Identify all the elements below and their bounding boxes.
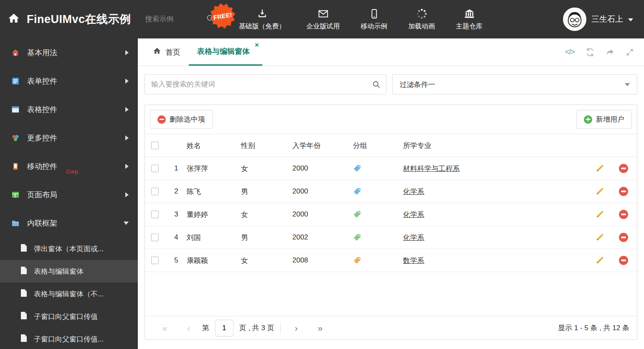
sidebar: 基本用法 表单控件 表格控件 更多控件 移动控件 Corp. 页面布局 <box>0 38 138 349</box>
header-search-input[interactable] <box>145 15 200 23</box>
column-header-gender[interactable]: 性别 <box>241 141 292 150</box>
edit-icon[interactable] <box>596 164 604 173</box>
row-checkbox[interactable] <box>151 234 159 241</box>
nav-loading-animation[interactable]: 加载动画 <box>408 8 435 31</box>
refresh-icon[interactable] <box>586 48 595 57</box>
nav-mobile-demo[interactable]: 移动示例 <box>361 8 388 31</box>
sidebar-item-inline-frame[interactable]: 内联框架 <box>0 209 138 237</box>
column-header-name[interactable]: 姓名 <box>187 141 241 150</box>
tag-icon <box>353 164 361 173</box>
cell-name: 康颖颖 <box>187 256 241 265</box>
delete-icon[interactable] <box>619 164 628 173</box>
keyword-search-input[interactable] <box>145 74 386 94</box>
corp-badge: Corp. <box>66 168 79 175</box>
pagination-bar: « ‹ 第 页 , 共 3 页 › » 显示 1 - 5 条 , 共 12 条 <box>145 316 637 339</box>
close-icon[interactable]: × <box>255 41 259 48</box>
search-icon[interactable] <box>372 80 381 91</box>
home-colored-icon <box>11 48 20 57</box>
app-header: FineUIMvc在线示例 FREE! 基础版（免费） 企业版试用 <box>0 0 644 38</box>
sidebar-subitem-grid-edit-window-2[interactable]: 表格与编辑窗体（不... <box>0 283 138 305</box>
cell-gender: 男 <box>241 187 292 196</box>
chevron-right-icon <box>125 164 129 169</box>
column-header-year[interactable]: 入学年份 <box>292 141 353 150</box>
sidebar-item-grid-controls[interactable]: 表格控件 <box>0 95 138 124</box>
last-page-button[interactable]: » <box>308 323 333 333</box>
nav-theme-store[interactable]: 主题仓库 <box>456 8 483 31</box>
delete-icon[interactable] <box>619 256 628 265</box>
nav-enterprise-trial[interactable]: 企业版试用 <box>307 8 340 31</box>
chevron-right-icon <box>125 107 129 112</box>
user-menu[interactable]: 三生石上 <box>563 8 644 31</box>
tab-grid-edit-window[interactable]: 表格与编辑窗体 × <box>189 38 262 66</box>
source-code-icon[interactable]: </> <box>565 48 575 56</box>
nav-label: 移动示例 <box>361 22 388 31</box>
column-header-major[interactable]: 所学专业 <box>403 141 589 150</box>
table-row: 1 张萍萍 女 2000 材料科学与工程系 <box>145 157 637 180</box>
header-search <box>145 13 216 25</box>
add-user-button[interactable]: 新增用户 <box>576 110 632 129</box>
envelope-icon <box>318 8 329 19</box>
page-label: 第 <box>202 323 209 333</box>
edit-icon[interactable] <box>596 210 604 219</box>
file-icon <box>20 266 28 277</box>
chevron-right-icon <box>125 50 129 55</box>
major-link[interactable]: 材料科学与工程系 <box>403 165 460 173</box>
nav-label: 加载动画 <box>408 22 435 31</box>
major-link[interactable]: 数学系 <box>403 257 424 265</box>
major-link[interactable]: 化学系 <box>403 188 424 196</box>
row-checkbox[interactable] <box>151 188 159 195</box>
fullscreen-icon[interactable] <box>626 48 634 56</box>
sidebar-item-form-controls[interactable]: 表单控件 <box>0 67 138 95</box>
sidebar-subitem-label: 表格与编辑窗体 <box>34 267 84 276</box>
table-header-row: 姓名 性别 入学年份 分组 所学专业 <box>145 134 637 157</box>
edit-icon[interactable] <box>596 187 604 196</box>
tab-home[interactable]: 首页 <box>145 38 189 66</box>
sidebar-subitem-label: 表格与编辑窗体（不... <box>34 289 104 299</box>
sidebar-subitem-child-to-parent-2[interactable]: 子窗口向父窗口传值... <box>0 328 138 349</box>
row-number: 4 <box>166 233 187 242</box>
major-link[interactable]: 化学系 <box>403 234 424 242</box>
sidebar-subitem-label: 子窗口向父窗口传值... <box>34 334 104 344</box>
widgets-icon <box>11 134 20 142</box>
nav-basic-free[interactable]: FREE! 基础版（免费） <box>239 8 286 31</box>
edit-icon[interactable] <box>596 233 604 242</box>
delete-selected-button[interactable]: 删除选中项 <box>150 110 213 129</box>
row-checkbox[interactable] <box>151 257 159 264</box>
cell-name: 张萍萍 <box>187 164 241 173</box>
table-row: 3 董婷婷 女 2000 化学系 <box>145 203 637 226</box>
chevron-down-icon <box>628 18 633 21</box>
page-number-input[interactable] <box>215 320 233 336</box>
sidebar-subitem-popup-window[interactable]: 弹出窗体（本页面或... <box>0 237 138 260</box>
username: 三生石上 <box>591 14 623 25</box>
sidebar-subitem-child-to-parent[interactable]: 子窗口向父窗口传值 <box>0 305 138 328</box>
grid-toolbar: 删除选中项 新增用户 <box>145 105 637 134</box>
delete-icon[interactable] <box>619 233 628 242</box>
column-header-group[interactable]: 分组 <box>353 141 403 150</box>
edit-icon[interactable] <box>596 256 604 265</box>
delete-icon[interactable] <box>619 187 628 196</box>
brand[interactable]: FineUIMvc在线示例 <box>0 12 131 27</box>
bank-icon <box>464 8 475 19</box>
sidebar-item-more-controls[interactable]: 更多控件 <box>0 124 138 152</box>
sidebar-item-mobile-controls[interactable]: 移动控件 Corp. <box>0 152 138 181</box>
cell-gender: 女 <box>241 164 292 173</box>
prev-page-button[interactable]: ‹ <box>177 323 200 333</box>
sidebar-subitem-grid-edit-window[interactable]: 表格与编辑窗体 <box>0 260 138 283</box>
forward-icon[interactable] <box>606 48 615 57</box>
next-page-button[interactable]: › <box>285 323 308 333</box>
filter-dropdown[interactable]: 过滤条件一 <box>392 74 637 94</box>
cell-year: 2000 <box>292 210 353 219</box>
select-all-checkbox[interactable] <box>151 142 159 149</box>
delete-icon[interactable] <box>619 210 628 219</box>
major-link[interactable]: 化学系 <box>403 211 424 219</box>
row-checkbox[interactable] <box>151 165 159 172</box>
sidebar-item-page-layout[interactable]: 页面布局 <box>0 181 138 209</box>
sidebar-item-basic-usage[interactable]: 基本用法 <box>0 38 138 67</box>
table-icon <box>11 105 20 114</box>
tab-label: 表格与编辑窗体 <box>197 46 250 56</box>
nav-label: 企业版试用 <box>307 22 340 31</box>
first-page-button[interactable]: « <box>152 323 177 333</box>
spinner-icon <box>416 8 427 19</box>
row-checkbox[interactable] <box>151 211 159 218</box>
add-button-label: 新增用户 <box>596 115 624 124</box>
